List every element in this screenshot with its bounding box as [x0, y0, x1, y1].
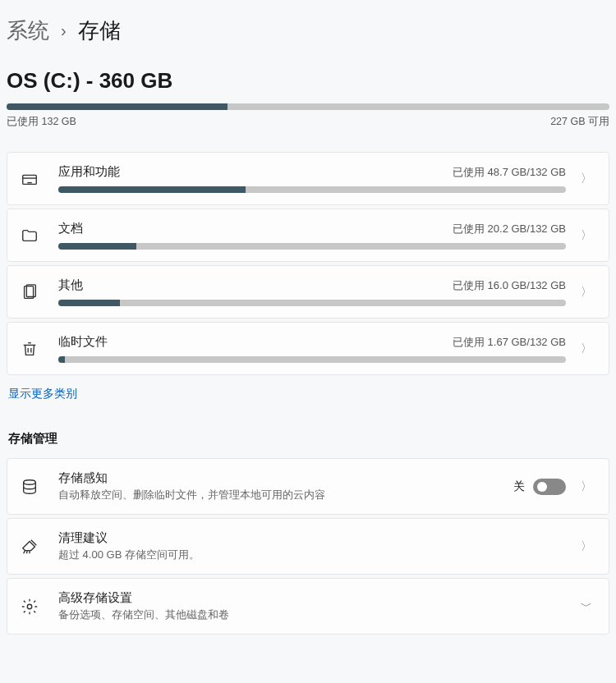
category-bar-fill — [58, 356, 65, 363]
drive-summary: OS (C:) - 360 GB 已使用 132 GB 227 GB 可用 — [7, 68, 609, 129]
management-title: 高级存储设置 — [58, 590, 229, 606]
breadcrumb: 系统 › 存储 — [7, 16, 609, 45]
category-bar-fill — [58, 243, 136, 250]
gear-icon — [21, 598, 39, 616]
show-more-categories-link[interactable]: 显示更多类别 — [8, 387, 609, 401]
chevron-right-icon: 〉 — [581, 172, 595, 186]
category-title: 文档 — [58, 221, 83, 236]
other-icon — [21, 283, 39, 301]
category-row[interactable]: 文档 已使用 20.2 GB/132 GB 〉 — [7, 209, 609, 262]
category-bar — [58, 243, 566, 250]
drive-usage-bar — [7, 103, 609, 110]
management-row[interactable]: 存储感知 自动释放空间、删除临时文件，并管理本地可用的云内容 关 〉 — [7, 458, 609, 515]
category-title: 临时文件 — [58, 334, 108, 350]
trash-icon — [21, 340, 39, 358]
breadcrumb-current: 存储 — [78, 16, 121, 45]
toggle-label: 关 — [513, 479, 525, 494]
management-subtitle: 自动释放空间、删除临时文件，并管理本地可用的云内容 — [58, 488, 325, 502]
chevron-right-icon: 〉 — [581, 479, 595, 494]
docs-icon — [21, 227, 39, 245]
chevron-right-icon: 〉 — [581, 539, 595, 554]
svg-line-9 — [26, 550, 27, 553]
svg-point-7 — [24, 479, 36, 484]
chevron-right-icon: 〉 — [581, 285, 595, 300]
category-usage: 已使用 20.2 GB/132 GB — [453, 222, 566, 236]
svg-line-8 — [24, 550, 25, 553]
drive-free-label: 227 GB 可用 — [550, 115, 609, 129]
storage-sense-toggle[interactable] — [533, 479, 566, 495]
category-row[interactable]: 应用和功能 已使用 48.7 GB/132 GB 〉 — [7, 152, 609, 205]
svg-point-11 — [27, 604, 32, 609]
storage-categories: 应用和功能 已使用 48.7 GB/132 GB 〉 文档 已使用 20.2 G… — [7, 152, 609, 375]
management-row[interactable]: 清理建议 超过 4.00 GB 存储空间可用。 〉 — [7, 518, 609, 575]
management-subtitle: 超过 4.00 GB 存储空间可用。 — [58, 548, 200, 562]
chevron-right-icon: › — [61, 21, 67, 40]
apps-icon — [21, 170, 39, 188]
section-storage-management-title: 存储管理 — [8, 431, 609, 447]
management-row[interactable]: 高级存储设置 备份选项、存储空间、其他磁盘和卷 ﹀ — [7, 578, 609, 635]
category-row[interactable]: 其他 已使用 16.0 GB/132 GB 〉 — [7, 265, 609, 319]
category-usage: 已使用 16.0 GB/132 GB — [453, 278, 566, 293]
chevron-down-icon: ﹀ — [581, 599, 595, 614]
storage-management-list: 存储感知 自动释放空间、删除临时文件，并管理本地可用的云内容 关 〉 清理建议 … — [7, 458, 609, 635]
category-bar-fill — [58, 300, 120, 306]
category-bar — [58, 356, 566, 363]
chevron-right-icon: 〉 — [581, 342, 595, 356]
drive-used-label: 已使用 132 GB — [7, 115, 76, 129]
category-title: 应用和功能 — [58, 164, 120, 180]
management-title: 存储感知 — [58, 470, 325, 486]
chevron-right-icon: 〉 — [581, 228, 595, 243]
category-bar-fill — [58, 186, 246, 193]
sense-icon — [21, 478, 39, 496]
category-usage: 已使用 48.7 GB/132 GB — [453, 165, 566, 180]
management-title: 清理建议 — [58, 530, 200, 546]
category-bar — [58, 186, 566, 193]
drive-title: OS (C:) - 360 GB — [7, 68, 609, 94]
category-bar — [58, 300, 566, 306]
drive-usage-fill — [7, 103, 228, 110]
category-usage: 已使用 1.67 GB/132 GB — [453, 335, 566, 350]
breadcrumb-parent[interactable]: 系统 — [7, 16, 49, 45]
broom-icon — [21, 538, 39, 556]
category-row[interactable]: 临时文件 已使用 1.67 GB/132 GB 〉 — [7, 322, 609, 375]
management-subtitle: 备份选项、存储空间、其他磁盘和卷 — [58, 607, 229, 622]
category-title: 其他 — [58, 277, 83, 293]
